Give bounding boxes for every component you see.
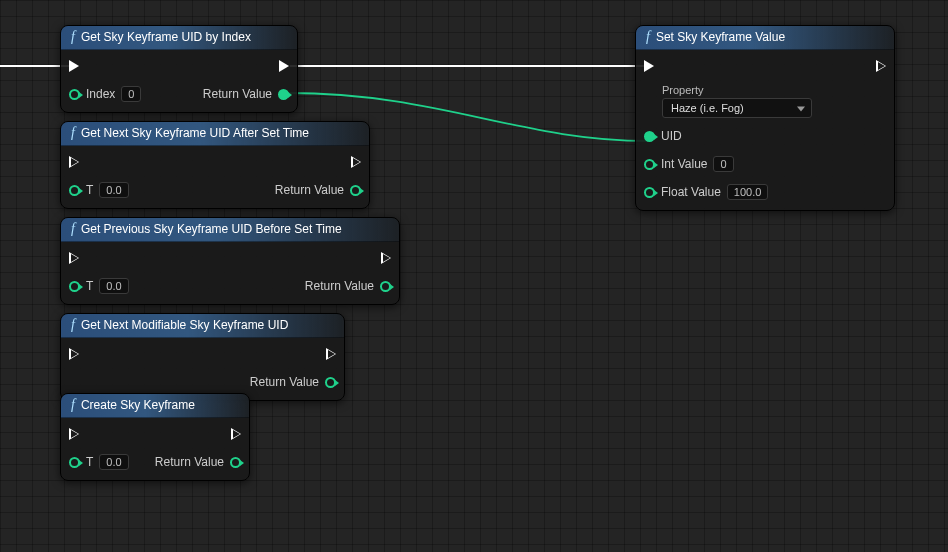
node-header[interactable]: f Get Next Sky Keyframe UID After Set Ti… [61,122,369,146]
uid-input-pin[interactable]: UID [644,126,812,146]
pin-label: T [86,279,93,293]
int-value-input-pin[interactable]: Int Value 0 [644,154,812,174]
pin-label: Return Value [275,183,344,197]
pin-label: T [86,455,93,469]
float-value[interactable]: 100.0 [727,184,769,200]
exec-in-pin[interactable] [644,56,812,76]
t-value[interactable]: 0.0 [99,182,128,198]
function-icon: f [71,318,75,332]
node-header[interactable]: f Get Sky Keyframe UID by Index [61,26,297,50]
node-header[interactable]: f Get Previous Sky Keyframe UID Before S… [61,218,399,242]
node-title: Set Sky Keyframe Value [656,30,785,44]
pin-label: Index [86,87,115,101]
exec-out-pin[interactable] [381,248,391,268]
function-icon: f [71,222,75,236]
t-input-pin[interactable]: T 0.0 [69,276,129,296]
node-create-sky-keyframe[interactable]: f Create Sky Keyframe T 0.0 Return Value [60,393,250,481]
property-label: Property [662,84,812,96]
function-icon: f [71,30,75,44]
pin-label: Float Value [661,185,721,199]
return-value-pin[interactable]: Return Value [203,84,289,104]
node-header[interactable]: f Set Sky Keyframe Value [636,26,894,50]
node-title: Get Sky Keyframe UID by Index [81,30,251,44]
index-value[interactable]: 0 [121,86,141,102]
pin-label: T [86,183,93,197]
exec-in-pin[interactable] [69,152,129,172]
index-input-pin[interactable]: Index 0 [69,84,141,104]
exec-out-pin[interactable] [279,56,289,76]
pin-label: Return Value [203,87,272,101]
node-header[interactable]: f Get Next Modifiable Sky Keyframe UID [61,314,344,338]
exec-in-pin[interactable] [69,424,129,444]
function-icon: f [71,126,75,140]
exec-in-pin[interactable] [69,344,79,364]
node-set-sky-keyframe-value[interactable]: f Set Sky Keyframe Value Property Haze (… [635,25,895,211]
pin-label: Return Value [155,455,224,469]
node-title: Get Next Sky Keyframe UID After Set Time [81,126,309,140]
function-icon: f [646,30,650,44]
pin-label: UID [661,129,682,143]
node-get-next-sky-keyframe-uid-after-set-time[interactable]: f Get Next Sky Keyframe UID After Set Ti… [60,121,370,209]
exec-out-pin[interactable] [326,344,336,364]
return-value-pin[interactable]: Return Value [250,372,336,392]
node-title: Create Sky Keyframe [81,398,195,412]
node-header[interactable]: f Create Sky Keyframe [61,394,249,418]
t-value[interactable]: 0.0 [99,278,128,294]
int-value[interactable]: 0 [713,156,733,172]
function-icon: f [71,398,75,412]
float-value-input-pin[interactable]: Float Value 100.0 [644,182,812,202]
t-input-pin[interactable]: T 0.0 [69,180,129,200]
pin-label: Return Value [250,375,319,389]
exec-out-pin[interactable] [231,424,241,444]
t-value[interactable]: 0.0 [99,454,128,470]
exec-out-pin[interactable] [876,56,886,76]
pin-label: Int Value [661,157,707,171]
exec-out-pin[interactable] [351,152,361,172]
exec-in-pin[interactable] [69,56,141,76]
return-value-pin[interactable]: Return Value [275,180,361,200]
return-value-pin[interactable]: Return Value [305,276,391,296]
node-get-next-modifiable-sky-keyframe-uid[interactable]: f Get Next Modifiable Sky Keyframe UID R… [60,313,345,401]
t-input-pin[interactable]: T 0.0 [69,452,129,472]
blueprint-canvas[interactable]: f Get Sky Keyframe UID by Index Index 0 … [0,0,948,552]
exec-in-pin[interactable] [69,248,129,268]
node-title: Get Next Modifiable Sky Keyframe UID [81,318,288,332]
pin-label: Return Value [305,279,374,293]
return-value-pin[interactable]: Return Value [155,452,241,472]
node-get-previous-sky-keyframe-uid-before-set-time[interactable]: f Get Previous Sky Keyframe UID Before S… [60,217,400,305]
property-value: Haze (i.e. Fog) [671,102,744,114]
node-get-sky-keyframe-uid-by-index[interactable]: f Get Sky Keyframe UID by Index Index 0 … [60,25,298,113]
node-title: Get Previous Sky Keyframe UID Before Set… [81,222,342,236]
property-dropdown[interactable]: Haze (i.e. Fog) [662,98,812,118]
